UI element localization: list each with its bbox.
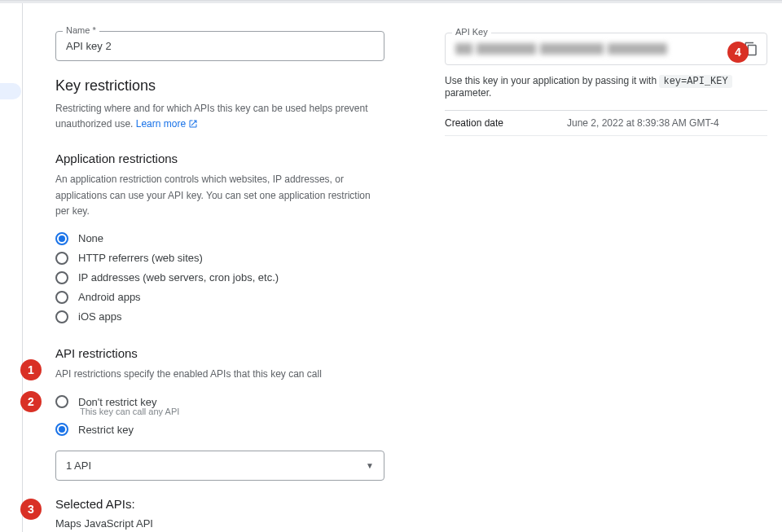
key-restrictions-desc: Restricting where and for which APIs thi… — [55, 101, 384, 132]
radio-icon — [55, 395, 68, 408]
api-key-hint: Use this key in your application by pass… — [445, 75, 767, 99]
app-restrictions-radio-group: None HTTP referrers (web sites) IP addre… — [55, 229, 384, 327]
left-column: Name * Key restrictions Restricting wher… — [55, 31, 384, 532]
hint-suffix: parameter. — [445, 87, 491, 99]
api-restrictions-heading: API restrictions — [55, 346, 384, 360]
radio-ip-addresses[interactable]: IP addresses (web servers, cron jobs, et… — [55, 268, 384, 288]
sidebar — [0, 3, 23, 532]
radio-android[interactable]: Android apps — [55, 288, 384, 307]
name-label: Name * — [63, 25, 99, 35]
radio-icon — [55, 310, 68, 323]
api-select-value: 1 API — [66, 459, 91, 472]
api-restrictions-desc: API restrictions specify the enabled API… — [55, 367, 384, 382]
main-content: Name * Key restrictions Restricting wher… — [23, 3, 782, 532]
annotation-badge-2: 2 — [20, 391, 42, 412]
radio-ios[interactable]: iOS apps — [55, 307, 384, 327]
radio-label: HTTP referrers (web sites) — [78, 252, 203, 264]
key-restrictions-heading: Key restrictions — [55, 77, 384, 95]
creation-date-row: Creation date June 2, 2022 at 8:39:38 AM… — [445, 110, 767, 136]
learn-more-text: Learn more — [136, 118, 186, 130]
api-select-dropdown[interactable]: 1 API ▼ — [55, 451, 384, 481]
api-key-value-blurred — [455, 43, 667, 55]
creation-date-value: June 2, 2022 at 8:39:38 AM GMT-4 — [567, 117, 719, 129]
api-key-field: API Key — [445, 33, 767, 65]
radio-dont-restrict-sub: This key can call any API — [80, 407, 384, 416]
hint-prefix: Use this key in your application by pass… — [445, 75, 659, 86]
learn-more-link[interactable]: Learn more — [136, 118, 199, 130]
radio-label: iOS apps — [78, 310, 121, 323]
radio-label: None — [78, 232, 103, 244]
radio-icon — [55, 291, 68, 304]
radio-icon — [55, 423, 68, 436]
radio-http-referrers[interactable]: HTTP referrers (web sites) — [55, 248, 384, 268]
radio-icon — [55, 232, 68, 245]
key-restrictions-desc-text: Restricting where and for which APIs thi… — [55, 103, 368, 130]
api-restrictions-radio-group: Don't restrict key This key can call any… — [55, 392, 384, 439]
name-input[interactable] — [66, 40, 374, 52]
radio-none[interactable]: None — [55, 229, 384, 248]
external-link-icon — [188, 119, 198, 129]
selected-apis-heading: Selected APIs: — [55, 497, 384, 511]
creation-date-label: Creation date — [445, 117, 567, 129]
radio-label: IP addresses (web servers, cron jobs, et… — [78, 271, 279, 284]
radio-icon — [55, 252, 68, 265]
hint-code: key=API_KEY — [659, 75, 731, 88]
app-restrictions-desc: An application restriction controls whic… — [55, 172, 384, 219]
radio-icon — [55, 271, 68, 284]
api-key-label: API Key — [452, 27, 491, 37]
radio-dont-restrict[interactable]: Don't restrict key — [55, 392, 384, 408]
radio-label: Android apps — [78, 291, 141, 303]
app-restrictions-heading: Application restrictions — [55, 152, 384, 165]
chevron-down-icon: ▼ — [366, 461, 374, 470]
radio-label: Restrict key — [78, 424, 134, 436]
annotation-badge-4: 4 — [727, 42, 749, 63]
right-column: API Key Use this key in your application… — [445, 31, 767, 136]
name-field[interactable]: Name * — [55, 31, 384, 61]
annotation-badge-3: 3 — [20, 499, 42, 520]
sidebar-active-item[interactable] — [0, 83, 21, 99]
radio-restrict-key[interactable]: Restrict key — [55, 420, 384, 439]
annotation-badge-1: 1 — [20, 359, 42, 380]
selected-api-item: Maps JavaScript API — [55, 517, 384, 530]
